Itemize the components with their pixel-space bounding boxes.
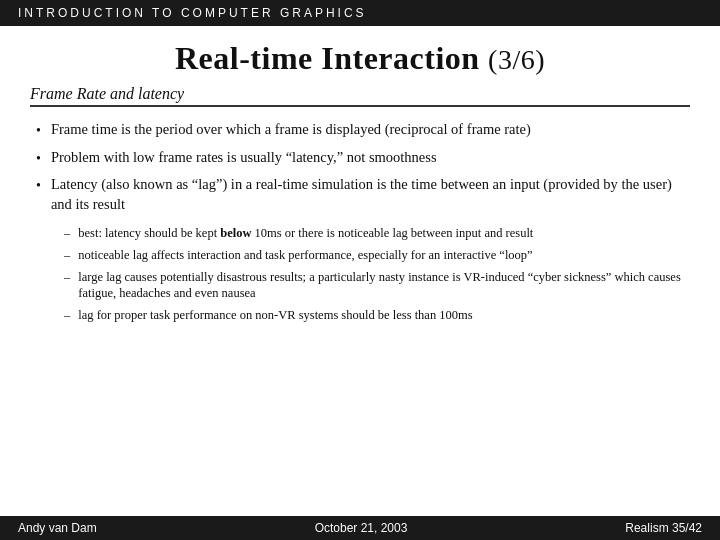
sub-dash: – [64, 269, 70, 286]
title-subtitle: (3/6) [488, 44, 545, 75]
bullet-list: • Frame time is the period over which a … [36, 119, 684, 215]
list-item: – large lag causes potentially disastrou… [64, 269, 684, 303]
list-item: – lag for proper task performance on non… [64, 307, 684, 324]
footer-left: Andy van Dam [18, 521, 97, 535]
footer-center: October 21, 2003 [315, 521, 408, 535]
bullet-dot: • [36, 121, 41, 141]
title-main: Real-time Interaction [175, 40, 480, 76]
section-heading: Frame Rate and latency [30, 85, 690, 107]
bullet-text-3: Latency (also known as “lag”) in a real-… [51, 174, 684, 215]
sub-bullet-list: – best: latency should be kept below 10m… [64, 225, 684, 324]
bullet-text-1: Frame time is the period over which a fr… [51, 119, 531, 139]
sub-bullet-text-2: noticeable lag affects interaction and t… [78, 247, 532, 264]
sub-bullet-text-4: lag for proper task performance on non-V… [78, 307, 472, 324]
sub-dash: – [64, 307, 70, 324]
header-bar: INTRODUCTION TO COMPUTER GRAPHICS [0, 0, 720, 26]
footer-bar: Andy van Dam October 21, 2003 Realism 35… [0, 516, 720, 540]
list-item: – best: latency should be kept below 10m… [64, 225, 684, 242]
list-item: • Frame time is the period over which a … [36, 119, 684, 141]
bullet-dot: • [36, 176, 41, 196]
sub-bullet-text-3: large lag causes potentially disastrous … [78, 269, 684, 303]
list-item: • Problem with low frame rates is usuall… [36, 147, 684, 169]
content-area: • Frame time is the period over which a … [0, 119, 720, 324]
sub-bullet-text-1: best: latency should be kept below 10ms … [78, 225, 533, 242]
list-item: – noticeable lag affects interaction and… [64, 247, 684, 264]
bullet-text-2: Problem with low frame rates is usually … [51, 147, 437, 167]
main-title: Real-time Interaction (3/6) [175, 40, 545, 76]
sub-dash: – [64, 247, 70, 264]
header-text: INTRODUCTION TO COMPUTER GRAPHICS [18, 6, 367, 20]
title-area: Real-time Interaction (3/6) [0, 26, 720, 85]
sub-dash: – [64, 225, 70, 242]
list-item: • Latency (also known as “lag”) in a rea… [36, 174, 684, 215]
footer-right: Realism 35/42 [625, 521, 702, 535]
bullet-dot: • [36, 149, 41, 169]
section-heading-text: Frame Rate and latency [30, 85, 184, 102]
